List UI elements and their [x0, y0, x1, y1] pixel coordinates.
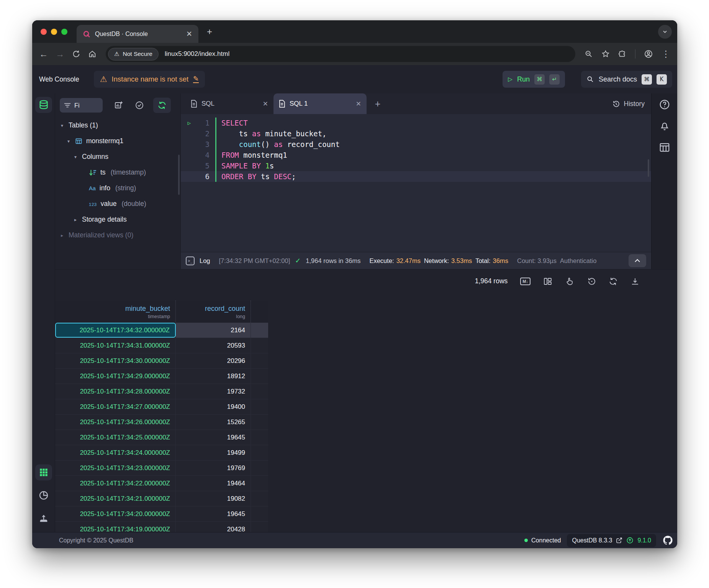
zoom-page-icon[interactable]	[585, 50, 593, 58]
table-row[interactable]: 2025-10-14T17:34:29.000000Z18912	[55, 369, 268, 384]
timestamp-cell[interactable]: 2025-10-14T17:34:31.000000Z	[55, 338, 176, 353]
new-query-tab-button[interactable]: +	[372, 98, 383, 109]
tab-close-icon[interactable]: ✕	[356, 100, 361, 108]
timestamp-cell[interactable]: 2025-10-14T17:34:21.000000Z	[55, 491, 176, 506]
browser-tab[interactable]: QuestDB · Console ✕	[77, 25, 198, 43]
download-icon[interactable]	[630, 277, 640, 286]
table-row[interactable]: 2025-10-14T17:34:20.000000Z19645	[55, 506, 268, 522]
tree-item[interactable]: ▸Materialized views (0)	[55, 227, 180, 243]
browser-menu-icon[interactable]: ⋮	[662, 50, 670, 59]
table-row[interactable]: 2025-10-14T17:34:27.000000Z19400	[55, 399, 268, 415]
chevron-right-icon[interactable]: ▸	[73, 217, 78, 222]
history-button[interactable]: History	[612, 100, 645, 108]
version-pill[interactable]: QuestDB 8.3.3 9.1.0	[567, 534, 656, 547]
count-cell[interactable]: 19732	[176, 384, 251, 399]
profile-avatar-icon[interactable]	[644, 49, 653, 59]
table-row[interactable]: 2025-10-14T17:34:21.000000Z19082	[55, 491, 268, 506]
tree-item[interactable]: ▾monstermq1	[55, 133, 180, 149]
notifications-button[interactable]	[659, 120, 670, 132]
count-cell[interactable]: 19499	[176, 445, 251, 460]
table-row[interactable]: 2025-10-14T17:34:22.000000Z19464	[55, 476, 268, 491]
sidebar-scrollbar[interactable]	[178, 155, 180, 195]
table-row[interactable]: 2025-10-14T17:34:30.000000Z20296	[55, 353, 268, 369]
timestamp-cell[interactable]: 2025-10-14T17:34:26.000000Z	[55, 415, 176, 430]
table-row[interactable]: 2025-10-14T17:34:28.000000Z19732	[55, 384, 268, 399]
count-cell[interactable]: 20296	[176, 353, 251, 368]
home-icon[interactable]	[88, 50, 97, 58]
table-row[interactable]: 2025-10-14T17:34:32.000000Z2164	[55, 323, 268, 338]
editor-tab-sql1[interactable]: SQL 1 ✕	[273, 93, 367, 114]
table-row[interactable]: 2025-10-14T17:34:24.000000Z19499	[55, 445, 268, 461]
back-icon[interactable]: ←	[39, 50, 48, 59]
refresh-schema-button[interactable]	[153, 98, 171, 113]
create-table-button[interactable]	[114, 101, 123, 110]
reload-icon[interactable]	[72, 50, 80, 58]
copy-markdown-icon[interactable]: M↓	[520, 278, 531, 285]
url-text[interactable]: linux5:9002/index.html	[165, 50, 229, 58]
chevron-down-icon[interactable]: ▾	[66, 139, 71, 144]
table-row[interactable]: 2025-10-14T17:34:31.000000Z20593	[55, 338, 268, 353]
not-secure-chip[interactable]: ⚠ Not Secure	[108, 48, 159, 60]
timestamp-cell[interactable]: 2025-10-14T17:34:23.000000Z	[55, 461, 176, 475]
column-header-minute-bucket[interactable]: minute_bucket timestamp	[55, 301, 176, 323]
column-header-record-count[interactable]: record_count long	[176, 301, 251, 323]
edit-pencil-icon[interactable]: ✎	[193, 75, 199, 83]
chevron-right-icon[interactable]: ▸	[59, 233, 65, 238]
github-button[interactable]	[662, 535, 673, 546]
fullscreen-window-button[interactable]	[61, 29, 67, 35]
chevron-down-icon[interactable]: ▾	[73, 154, 78, 160]
tree-item[interactable]: 123value(double)	[55, 196, 180, 212]
timestamp-cell[interactable]: 2025-10-14T17:34:19.000000Z	[55, 522, 176, 532]
table-row[interactable]: 2025-10-14T17:34:26.000000Z15265	[55, 415, 268, 430]
chart-view-button[interactable]	[35, 487, 52, 503]
timestamp-cell[interactable]: 2025-10-14T17:34:20.000000Z	[55, 506, 176, 521]
grid-view-button[interactable]	[35, 464, 52, 480]
query-history-icon[interactable]	[587, 277, 596, 286]
code-line[interactable]: 3 count() as record_count	[181, 139, 651, 150]
timestamp-cell[interactable]: 2025-10-14T17:34:27.000000Z	[55, 399, 176, 414]
tables-panel-button[interactable]	[35, 97, 52, 113]
count-cell[interactable]: 19645	[176, 506, 251, 521]
code-line[interactable]: 4FROM monstermq1	[181, 150, 651, 160]
table-row[interactable]: 2025-10-14T17:34:19.000000Z20428	[55, 522, 268, 532]
pointer-hand-icon[interactable]	[565, 277, 574, 286]
select-tables-button[interactable]	[135, 101, 144, 110]
count-cell[interactable]: 15265	[176, 415, 251, 430]
tree-item[interactable]: ▾Tables (1)	[55, 118, 180, 133]
count-cell[interactable]: 20593	[176, 338, 251, 353]
tab-search-button[interactable]	[658, 25, 672, 39]
count-cell[interactable]: 19464	[176, 476, 251, 491]
help-button[interactable]	[659, 99, 670, 110]
update-available-icon[interactable]	[626, 537, 634, 544]
close-window-button[interactable]	[41, 29, 47, 35]
tab-close-icon[interactable]: ✕	[186, 29, 192, 38]
count-cell[interactable]: 2164	[176, 323, 251, 338]
results-panel-button[interactable]	[659, 142, 670, 153]
external-link-icon[interactable]	[616, 537, 622, 544]
timestamp-cell[interactable]: 2025-10-14T17:34:29.000000Z	[55, 369, 176, 384]
count-cell[interactable]: 19082	[176, 491, 251, 506]
timestamp-cell[interactable]: 2025-10-14T17:34:28.000000Z	[55, 384, 176, 399]
timestamp-cell[interactable]: 2025-10-14T17:34:30.000000Z	[55, 353, 176, 368]
filter-input[interactable]: Fi	[60, 98, 103, 113]
tab-close-icon[interactable]: ✕	[263, 100, 268, 108]
layout-grid-icon[interactable]	[543, 277, 552, 286]
table-row[interactable]: 2025-10-14T17:34:25.000000Z19645	[55, 430, 268, 445]
timestamp-cell[interactable]: 2025-10-14T17:34:22.000000Z	[55, 476, 176, 491]
minimize-window-button[interactable]	[51, 29, 57, 35]
count-cell[interactable]: 20428	[176, 522, 251, 532]
tree-item[interactable]: Aainfo(string)	[55, 180, 180, 196]
new-tab-button[interactable]: +	[207, 26, 212, 37]
search-docs-button[interactable]: Search docs ⌘ K	[581, 71, 672, 88]
code-line[interactable]: ▷1SELECT	[181, 118, 651, 128]
forward-icon[interactable]: →	[56, 50, 64, 59]
url-bar[interactable]: ⚠ Not Secure linux5:9002/index.html	[106, 46, 575, 62]
count-cell[interactable]: 18912	[176, 369, 251, 384]
code-line[interactable]: 6ORDER BY ts DESC;	[181, 171, 651, 182]
tree-item[interactable]: ▸Storage details	[55, 212, 180, 227]
bookmark-star-icon[interactable]	[601, 50, 610, 58]
tree-item[interactable]: ▾Columns	[55, 149, 180, 165]
import-button[interactable]	[35, 510, 52, 526]
chevron-down-icon[interactable]: ▾	[59, 123, 65, 128]
extensions-icon[interactable]	[618, 50, 627, 58]
